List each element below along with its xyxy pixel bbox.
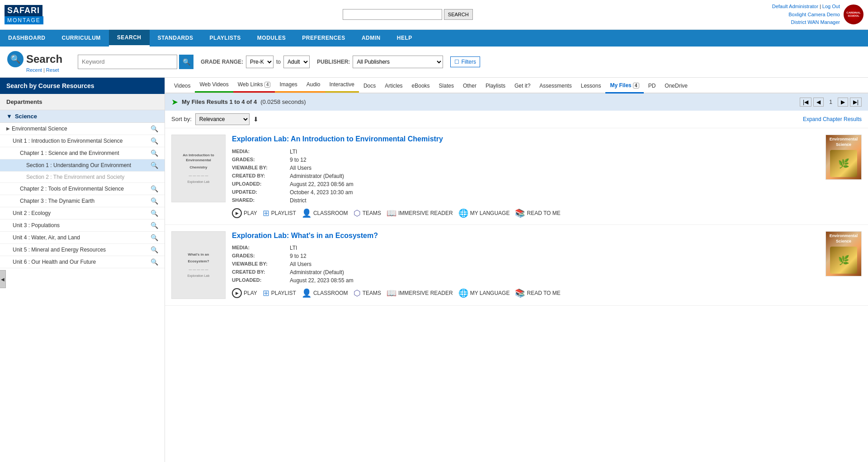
section1-search-icon[interactable]: 🔍: [151, 162, 158, 169]
read-to-me-button-1[interactable]: 📚 READ TO ME: [515, 208, 560, 218]
my-language-button-1[interactable]: 🌐 MY LANGUAGE: [458, 208, 510, 218]
logo-montage: MONTAGE: [5, 16, 43, 24]
play-button-1[interactable]: ▶ PLAY: [232, 208, 257, 218]
results-time: (0.0258 seconds): [260, 98, 306, 105]
immersive-reader-button-2[interactable]: 📖 IMMERSIVE READER: [387, 288, 453, 298]
result-content-1: Exploration Lab: An Introduction to Envi…: [232, 135, 819, 218]
nav-dashboard[interactable]: DASHBOARD: [0, 30, 54, 46]
top-search-button[interactable]: SEARCH: [444, 9, 473, 20]
immersive-reader-button-1[interactable]: 📖 IMMERSIVE READER: [387, 208, 453, 218]
logout-link[interactable]: Log Out: [822, 4, 840, 9]
my-language-label-2: MY LANGUAGE: [470, 290, 510, 296]
sidebar-item-unit2[interactable]: Unit 2 : Ecology 🔍: [0, 207, 165, 219]
nav-standards[interactable]: STANDARDS: [150, 30, 202, 46]
uploaded-value-2: August 22, 2023 08:55 am: [290, 277, 819, 284]
nav-search[interactable]: SEARCH: [109, 30, 150, 47]
sidebar-item-environmental-science[interactable]: ▶ Environmental Science 🔍: [0, 123, 165, 135]
classroom-button-2[interactable]: 👤 CLASSROOM: [302, 288, 348, 298]
tab-slates[interactable]: Slates: [434, 79, 458, 93]
sidebar: ◀ Search by Course Resources Departments…: [0, 78, 165, 462]
top-search-input[interactable]: [343, 9, 442, 20]
sidebar-item-chapter1[interactable]: Chapter 1 : Science and the Environment …: [0, 147, 165, 159]
sort-select[interactable]: Relevance Title Date: [195, 113, 250, 125]
next-page-button[interactable]: ▶: [838, 98, 848, 107]
nav-curriculum[interactable]: CURRICULUM: [54, 30, 109, 46]
teams-button-1[interactable]: ⬡ TEAMS: [354, 208, 381, 218]
nav-modules[interactable]: MODULES: [249, 30, 294, 46]
sort-label: Sort by:: [171, 116, 192, 122]
tab-pd[interactable]: PD: [644, 79, 660, 93]
reset-link[interactable]: Reset: [46, 67, 59, 73]
sidebar-item-unit4[interactable]: Unit 4 : Water, Air, and Land 🔍: [0, 232, 165, 244]
recent-link[interactable]: Recent: [26, 67, 42, 73]
sidebar-item-chapter2[interactable]: Chapter 2 : Tools of Environmental Scien…: [0, 183, 165, 195]
tab-web-links[interactable]: Web Links 4: [233, 78, 275, 93]
tab-onedrive[interactable]: OneDrive: [660, 79, 692, 93]
play-button-2[interactable]: ▶ PLAY: [232, 288, 257, 298]
tab-docs[interactable]: Docs: [359, 79, 380, 93]
grade-from-select[interactable]: Pre-KK1Adult: [246, 56, 274, 68]
tab-playlists[interactable]: Playlists: [481, 79, 510, 93]
chapter1-search-icon[interactable]: 🔍: [151, 149, 158, 157]
admin-link[interactable]: Default Administrator: [772, 4, 818, 9]
last-page-button[interactable]: ▶|: [850, 98, 862, 107]
nav-help[interactable]: HELP: [389, 30, 420, 46]
classroom-button-1[interactable]: 👤 CLASSROOM: [302, 208, 348, 218]
sidebar-item-unit5[interactable]: Unit 5 : Mineral and Energy Resources 🔍: [0, 244, 165, 256]
keyword-search-button[interactable]: 🔍: [179, 55, 193, 69]
my-language-button-2[interactable]: 🌐 MY LANGUAGE: [458, 288, 510, 298]
tab-myfiles[interactable]: My Files 4: [605, 79, 643, 93]
tab-articles[interactable]: Articles: [380, 79, 407, 93]
camera-link[interactable]: Boxlight Camera Demo: [788, 12, 840, 17]
logo: SAFARI MONTAGE: [5, 5, 43, 24]
sidebar-item-unit1[interactable]: Unit 1 : Introduction to Environmental S…: [0, 135, 165, 147]
nav-playlists[interactable]: PLAYLISTS: [201, 30, 249, 46]
nav-admin[interactable]: ADMIN: [354, 30, 389, 46]
read-to-me-button-2[interactable]: 📚 READ TO ME: [515, 288, 560, 298]
result-title-1[interactable]: Exploration Lab: An Introduction to Envi…: [232, 135, 819, 144]
tab-audio[interactable]: Audio: [302, 78, 325, 93]
unit6-search-icon[interactable]: 🔍: [151, 258, 158, 266]
unit2-search-icon[interactable]: 🔍: [151, 210, 158, 217]
sidebar-toggle[interactable]: ◀: [0, 270, 6, 288]
unit4-label: Unit 4 : Water, Air, and Land: [13, 234, 151, 241]
playlist-button-1[interactable]: ⊞ PLAYLIST: [263, 208, 296, 218]
science-section[interactable]: ▼ Science: [0, 110, 165, 123]
sort-desc-icon[interactable]: ⬇: [253, 116, 259, 123]
env-science-search-icon[interactable]: 🔍: [151, 125, 158, 132]
first-page-button[interactable]: |◀: [800, 98, 811, 107]
tab-assessments[interactable]: Assessments: [535, 79, 576, 93]
tab-interactive[interactable]: Interactive: [325, 78, 359, 93]
prev-page-button[interactable]: ◀: [813, 98, 824, 107]
publisher-select[interactable]: All Publishers: [353, 56, 443, 68]
tab-other[interactable]: Other: [458, 79, 481, 93]
unit1-search-icon[interactable]: 🔍: [151, 137, 158, 145]
expand-chapter-button[interactable]: Expand Chapter Results: [803, 116, 862, 122]
grade-to-select[interactable]: Adult1211: [283, 56, 310, 68]
sidebar-item-section1[interactable]: Section 1 : Understanding Our Environmen…: [0, 159, 165, 172]
teams-button-2[interactable]: ⬡ TEAMS: [354, 288, 381, 298]
departments-section[interactable]: Departments: [0, 94, 165, 110]
science-arrow-icon: ▼: [6, 113, 12, 120]
unit4-search-icon[interactable]: 🔍: [151, 234, 158, 241]
tab-getit[interactable]: Get it?: [510, 79, 535, 93]
sidebar-item-unit3[interactable]: Unit 3 : Populations 🔍: [0, 219, 165, 232]
keyword-input[interactable]: [78, 55, 177, 69]
chapter2-search-icon[interactable]: 🔍: [151, 185, 158, 192]
nav-preferences[interactable]: PREFERENCES: [294, 30, 354, 46]
results-info: ➤ My Files Results 1 to 4 of 4 (0.0258 s…: [171, 97, 306, 107]
wan-link[interactable]: District WAN Manager: [791, 19, 840, 25]
playlist-button-2[interactable]: ⊞ PLAYLIST: [263, 288, 296, 298]
unit3-search-icon[interactable]: 🔍: [151, 222, 158, 229]
sidebar-item-chapter3[interactable]: Chapter 3 : The Dynamic Earth 🔍: [0, 195, 165, 207]
filters-button[interactable]: ☐ Filters: [450, 56, 480, 67]
result-title-2[interactable]: Exploration Lab: What's in an Ecosystem?: [232, 231, 819, 241]
chapter3-search-icon[interactable]: 🔍: [151, 197, 158, 205]
tab-web-videos[interactable]: Web Videos: [195, 78, 233, 93]
tab-lessons[interactable]: Lessons: [576, 79, 606, 93]
tab-videos[interactable]: Videos: [170, 79, 195, 93]
unit5-search-icon[interactable]: 🔍: [151, 246, 158, 253]
tab-images[interactable]: Images: [275, 78, 302, 93]
sidebar-item-unit6[interactable]: Unit 6 : Our Health and Our Future 🔍: [0, 256, 165, 268]
tab-ebooks[interactable]: eBooks: [407, 79, 434, 93]
